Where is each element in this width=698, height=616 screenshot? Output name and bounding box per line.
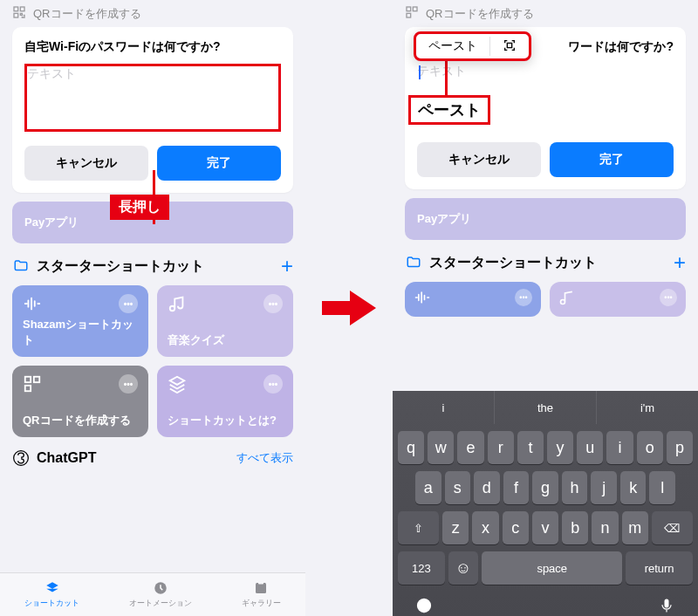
- clock-icon: [151, 580, 170, 596]
- card-header: QRコードを作成する: [0, 0, 305, 27]
- key-g[interactable]: g: [532, 471, 558, 504]
- show-all-link[interactable]: すべて表示: [236, 450, 293, 466]
- key-w[interactable]: w: [428, 431, 454, 464]
- key-m[interactable]: m: [622, 511, 648, 544]
- pay-tile[interactable]: Payアプリ: [405, 198, 686, 240]
- more-icon[interactable]: •••: [263, 294, 283, 313]
- chatgpt-label[interactable]: ChatGPT: [37, 450, 96, 466]
- tab-label: オートメーション: [129, 598, 192, 609]
- paste-menu-item[interactable]: ペースト: [416, 38, 489, 54]
- qr-icon: [405, 5, 419, 22]
- tile-label: 音楽クイズ: [168, 332, 283, 348]
- key-i[interactable]: i: [606, 431, 633, 464]
- shortcuts-icon: [43, 580, 62, 596]
- mic-icon[interactable]: [658, 597, 675, 616]
- done-button[interactable]: 完了: [157, 146, 281, 181]
- add-button[interactable]: +: [281, 254, 293, 278]
- tile-shazam[interactable]: •••: [405, 282, 541, 317]
- suggestion[interactable]: i'm: [597, 391, 698, 424]
- tile-whatis[interactable]: ••• ショートカットとは?: [157, 366, 293, 437]
- key-h[interactable]: h: [562, 471, 588, 504]
- key-n[interactable]: n: [592, 511, 618, 544]
- key-d[interactable]: d: [474, 471, 500, 504]
- more-icon[interactable]: •••: [660, 289, 677, 306]
- cancel-button[interactable]: キャンセル: [24, 146, 148, 181]
- waveform-icon: [414, 289, 431, 306]
- tile-qr[interactable]: ••• QRコードを作成する: [12, 366, 148, 437]
- key-u[interactable]: u: [577, 431, 603, 464]
- tab-shortcuts[interactable]: ショートカット: [24, 580, 79, 609]
- callout-paste: ペースト: [408, 95, 490, 125]
- tab-gallery[interactable]: ギャラリー: [242, 580, 281, 609]
- delete-key[interactable]: ⌫: [652, 511, 693, 544]
- key-k[interactable]: k: [620, 471, 647, 504]
- svg-rect-4: [34, 377, 39, 382]
- svg-rect-2: [14, 13, 18, 17]
- add-button[interactable]: +: [674, 250, 686, 275]
- space-key[interactable]: space: [482, 551, 622, 585]
- more-icon[interactable]: •••: [119, 294, 138, 313]
- key-s[interactable]: s: [445, 471, 471, 504]
- paste-popup: ペースト: [414, 31, 531, 61]
- svg-rect-1: [20, 7, 24, 11]
- svg-rect-5: [25, 386, 31, 391]
- text-input[interactable]: [24, 64, 281, 132]
- key-a[interactable]: a: [415, 471, 441, 504]
- transition-arrow: [305, 0, 393, 616]
- key-y[interactable]: y: [547, 431, 573, 464]
- svg-rect-11: [407, 13, 411, 17]
- svg-rect-8: [258, 582, 263, 585]
- key-e[interactable]: e: [457, 431, 483, 464]
- prompt-question: 自宅Wi-Fiのパスワードは何ですか?: [24, 39, 281, 55]
- card-title: QRコードを作成する: [33, 6, 141, 22]
- more-icon[interactable]: •••: [263, 374, 283, 394]
- folder-header[interactable]: スターターショートカット: [12, 257, 204, 276]
- key-l[interactable]: l: [649, 471, 675, 504]
- key-q[interactable]: q: [398, 431, 424, 464]
- suggestion[interactable]: the: [495, 391, 597, 424]
- more-icon[interactable]: •••: [515, 289, 532, 306]
- emoji-key[interactable]: ☺: [448, 551, 479, 585]
- svg-rect-0: [14, 7, 18, 11]
- waveform-icon: [23, 294, 42, 313]
- numbers-key[interactable]: 123: [398, 551, 445, 585]
- svg-rect-7: [256, 583, 266, 593]
- layers-icon: [168, 374, 187, 394]
- done-button[interactable]: 完了: [550, 142, 674, 177]
- tab-automation[interactable]: オートメーション: [129, 580, 192, 609]
- folder-name: スターターショートカット: [429, 254, 597, 272]
- folder-name: スターターショートカット: [37, 257, 204, 276]
- key-r[interactable]: r: [488, 431, 514, 464]
- key-v[interactable]: v: [532, 511, 558, 544]
- key-b[interactable]: b: [562, 511, 588, 544]
- key-f[interactable]: f: [503, 471, 530, 504]
- key-c[interactable]: c: [503, 511, 529, 544]
- tile-shazam[interactable]: ••• Shazamショートカット: [12, 285, 148, 357]
- key-p[interactable]: p: [667, 431, 693, 464]
- return-key[interactable]: return: [626, 551, 693, 585]
- globe-icon[interactable]: [415, 597, 433, 616]
- svg-rect-9: [407, 7, 411, 11]
- folder-header[interactable]: スターターショートカット: [405, 254, 597, 272]
- key-o[interactable]: o: [637, 431, 663, 464]
- right-pane: QRコードを作成する ワードは何ですか? キャンセル 完了 ペースト ペースト …: [393, 0, 698, 616]
- tile-music-quiz[interactable]: ••• 音楽クイズ: [157, 285, 293, 357]
- music-icon: [168, 294, 187, 313]
- tile-label: Shazamショートカット: [23, 317, 138, 348]
- key-j[interactable]: j: [591, 471, 617, 504]
- more-icon[interactable]: •••: [119, 374, 138, 394]
- svg-rect-13: [665, 599, 669, 608]
- shift-key[interactable]: ⇧: [398, 511, 439, 544]
- key-z[interactable]: z: [442, 511, 469, 544]
- tile-music-quiz[interactable]: •••: [550, 282, 686, 317]
- folder-icon: [405, 255, 422, 270]
- key-x[interactable]: x: [472, 511, 498, 544]
- callout-longpress: 長押し: [110, 195, 169, 220]
- key-t[interactable]: t: [517, 431, 544, 464]
- music-icon: [558, 289, 576, 306]
- folder-icon: [12, 258, 30, 274]
- svg-rect-3: [25, 377, 31, 382]
- scan-icon[interactable]: [490, 38, 529, 55]
- suggestion[interactable]: i: [393, 391, 495, 424]
- cancel-button[interactable]: キャンセル: [417, 142, 541, 177]
